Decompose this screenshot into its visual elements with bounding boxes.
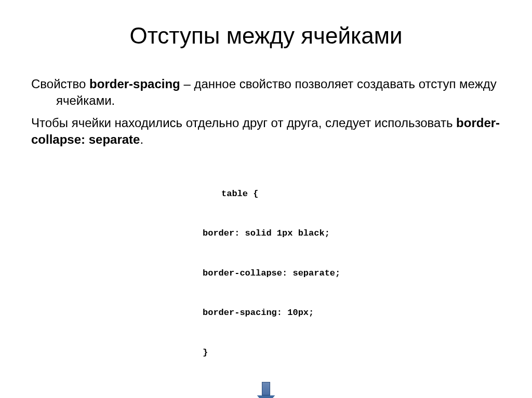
para1-bold: border-spacing xyxy=(89,77,180,91)
paragraph-2: Чтобы ячейки находились отдельно друг от… xyxy=(31,115,501,148)
code-line-5: } xyxy=(203,346,501,360)
code-line-1: table { xyxy=(221,187,501,201)
para2-post: . xyxy=(140,132,143,146)
para2-pre: Чтобы ячейки находились отдельно друг от… xyxy=(31,116,456,130)
paragraph-1: Свойство border-spacing – данное свойств… xyxy=(31,76,501,109)
code-line-4: border-spacing: 10px; xyxy=(203,306,501,320)
para1-pre: Свойство xyxy=(31,77,89,91)
code-line-2: border: solid 1px black; xyxy=(203,227,501,240)
code-example: table { border: solid 1px black; border-… xyxy=(203,161,501,373)
code-line-3: border-collapse: separate; xyxy=(203,267,501,280)
arrow-down-icon xyxy=(31,382,501,398)
slide-title: Отступы между ячейками xyxy=(31,23,501,49)
